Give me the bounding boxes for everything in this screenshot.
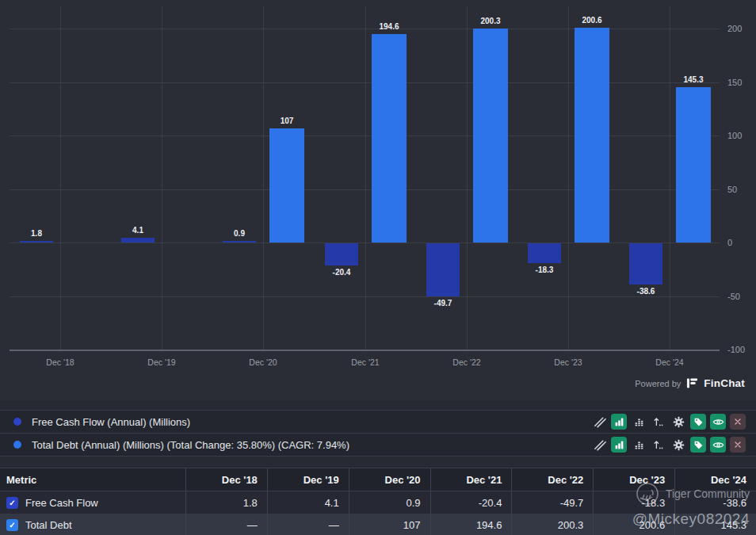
v-gridline (467, 6, 468, 350)
settings-button[interactable] (670, 437, 686, 453)
value-cell: 200.3 (511, 514, 593, 535)
bar-value-label: -49.7 (419, 299, 467, 308)
powered-by-label: Powered by (635, 379, 681, 388)
bar-free-cash-flow-dec-24[interactable] (629, 243, 662, 285)
bar-free-cash-flow-dec-18[interactable] (20, 241, 53, 243)
sort-icon (653, 416, 664, 427)
total-debt-checkbox[interactable]: ✓ (6, 519, 18, 531)
legend-panel: Free Cash Flow (Annual) (Millions)Total … (0, 410, 756, 457)
bar-free-cash-flow-dec-23[interactable] (528, 243, 561, 263)
free-cash-flow-checkbox[interactable]: ✓ (6, 497, 18, 509)
h-gridline (10, 296, 720, 297)
bar-value-label: 200.6 (568, 16, 616, 25)
finchat-logo-icon (686, 377, 698, 389)
y-axis-tick-label: 100 (727, 131, 742, 140)
value-cell: 200.6 (593, 514, 674, 535)
sort-button[interactable] (651, 437, 666, 453)
legend-row-total-debt: Total Debt (Annual) (Millions) (Total Ch… (0, 433, 756, 457)
trendline-icon (593, 438, 606, 452)
remove-button[interactable] (730, 437, 746, 453)
h-gridline (10, 82, 720, 83)
tag-icon (693, 417, 704, 427)
finchat-chart-widget: 200150100500-50-100Dec '18Dec '19Dec '20… (0, 0, 756, 535)
bar-free-cash-flow-dec-19[interactable] (121, 238, 155, 243)
visibility-icon (712, 418, 724, 426)
table-row-total-debt: ✓Total Debt——107194.6200.3200.6145.3 (0, 514, 756, 535)
value-cell: -18.3 (593, 491, 674, 514)
legend-row-free-cash-flow: Free Cash Flow (Annual) (Millions) (0, 410, 756, 433)
bar-value-label: 194.6 (365, 22, 413, 31)
remove-icon (733, 440, 743, 449)
column-header-period: Dec '21 (430, 468, 512, 491)
value-cell: 4.1 (267, 491, 349, 514)
bar-value-label: 200.3 (467, 17, 514, 25)
tag-button[interactable] (690, 437, 706, 453)
x-axis-tick-label: Dec '22 (435, 357, 498, 367)
table-row-free-cash-flow: ✓Free Cash Flow1.84.10.9-20.4-49.7-18.3-… (0, 491, 756, 514)
visibility-button[interactable] (710, 437, 726, 453)
v-gridline (162, 6, 162, 350)
bar-total-debt-dec-21[interactable] (372, 34, 407, 243)
x-axis-tick-label: Dec '23 (536, 357, 600, 367)
value-cell: 107 (349, 514, 430, 535)
histogram-button[interactable] (631, 414, 647, 430)
finchat-brand-name: FinChat (704, 377, 745, 389)
y-axis-tick-label: 50 (727, 185, 737, 194)
value-cell: -20.4 (430, 491, 512, 514)
visibility-button[interactable] (710, 414, 726, 430)
column-header-period: Dec '18 (185, 468, 267, 491)
tag-button[interactable] (690, 414, 706, 430)
value-cell: -38.6 (674, 491, 756, 514)
sort-button[interactable] (651, 414, 666, 430)
x-axis-tick-label: Dec '18 (29, 357, 92, 367)
chart-type-icon (614, 440, 624, 450)
settings-icon (673, 416, 685, 428)
metric-label: Total Debt (25, 519, 72, 531)
column-header-period: Dec '19 (267, 468, 349, 491)
trendline-button[interactable] (591, 414, 607, 430)
legend-icon-strip (591, 414, 746, 430)
v-gridline (60, 6, 61, 350)
value-cell: 1.8 (185, 491, 267, 514)
chart-type-button[interactable] (611, 414, 627, 430)
bar-total-debt-dec-20[interactable] (269, 128, 304, 243)
histogram-button[interactable] (631, 437, 647, 453)
histogram-icon (634, 417, 644, 427)
h-gridline (10, 243, 720, 243)
chart-type-button[interactable] (611, 437, 627, 453)
y-axis-tick-label: -100 (727, 345, 745, 354)
trendline-button[interactable] (591, 437, 607, 453)
settings-icon (673, 439, 685, 451)
x-axis-line (10, 350, 720, 351)
bar-free-cash-flow-dec-22[interactable] (426, 243, 460, 296)
settings-button[interactable] (670, 414, 686, 430)
bar-free-cash-flow-dec-21[interactable] (325, 243, 358, 266)
value-cell: 194.6 (430, 514, 512, 535)
chart-type-icon (614, 417, 624, 427)
y-axis-tick-label: 0 (727, 238, 732, 247)
bar-value-label: -18.3 (521, 266, 568, 274)
remove-button[interactable] (730, 414, 746, 430)
bar-value-label: 1.8 (13, 229, 60, 238)
trendline-icon (593, 415, 606, 429)
bar-free-cash-flow-dec-20[interactable] (223, 241, 256, 243)
series-dot-icon (13, 441, 21, 449)
x-axis-tick-label: Dec '19 (130, 357, 193, 367)
bar-total-debt-dec-24[interactable] (676, 87, 711, 243)
bar-total-debt-dec-23[interactable] (575, 28, 609, 243)
h-gridline (10, 29, 720, 29)
column-header-period: Dec '20 (349, 468, 430, 491)
x-axis-tick-label: Dec '21 (334, 357, 397, 367)
table-header-row: MetricDec '18Dec '19Dec '20Dec '21Dec '2… (0, 468, 756, 491)
bar-total-debt-dec-22[interactable] (473, 29, 508, 243)
value-cell: -49.7 (511, 491, 593, 514)
metric-cell: ✓Free Cash Flow (0, 491, 185, 514)
powered-by: Powered by FinChat (635, 377, 745, 389)
bar-value-label: 107 (263, 117, 311, 125)
value-cell: 145.3 (674, 514, 756, 535)
metrics-table: MetricDec '18Dec '19Dec '20Dec '21Dec '2… (0, 468, 756, 535)
x-axis-tick-label: Dec '24 (638, 357, 701, 367)
v-gridline (263, 6, 264, 350)
h-gridline (10, 189, 720, 190)
value-cell: 0.9 (349, 491, 430, 514)
